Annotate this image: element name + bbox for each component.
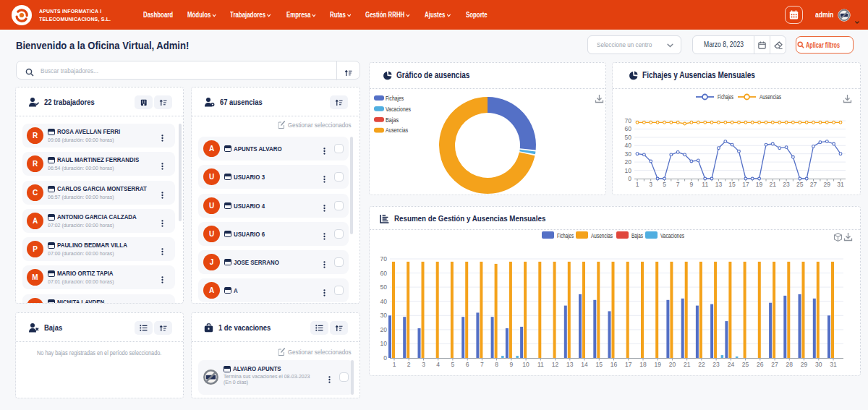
svg-text:19: 19 xyxy=(756,181,763,188)
svg-text:15: 15 xyxy=(596,361,603,368)
svg-text:17: 17 xyxy=(625,361,632,368)
svg-text:Fichajes: Fichajes xyxy=(557,231,574,239)
svg-text:10: 10 xyxy=(380,340,388,347)
svg-text:40: 40 xyxy=(625,142,632,149)
svg-text:3: 3 xyxy=(422,361,425,368)
svg-text:26: 26 xyxy=(757,361,764,368)
svg-text:4: 4 xyxy=(436,361,440,368)
svg-text:28: 28 xyxy=(786,361,793,368)
svg-text:31: 31 xyxy=(830,361,837,368)
svg-text:27: 27 xyxy=(810,181,817,188)
svg-text:1: 1 xyxy=(393,361,396,368)
svg-text:5: 5 xyxy=(663,181,666,188)
svg-text:7: 7 xyxy=(480,361,484,368)
svg-text:17: 17 xyxy=(742,181,749,188)
svg-text:29: 29 xyxy=(801,361,808,368)
svg-text:6: 6 xyxy=(466,361,469,368)
svg-text:Ausencias: Ausencias xyxy=(386,127,408,134)
svg-text:0: 0 xyxy=(383,354,387,362)
svg-text:21: 21 xyxy=(770,181,777,188)
svg-text:9: 9 xyxy=(510,361,514,368)
svg-text:50: 50 xyxy=(625,134,632,141)
svg-text:2: 2 xyxy=(407,361,411,368)
svg-text:50: 50 xyxy=(380,283,388,291)
svg-text:9: 9 xyxy=(690,181,694,188)
svg-text:Bajas: Bajas xyxy=(631,231,643,239)
svg-text:24: 24 xyxy=(728,361,735,368)
svg-text:30: 30 xyxy=(625,150,632,158)
svg-text:60: 60 xyxy=(625,125,632,132)
svg-text:22: 22 xyxy=(698,361,705,368)
svg-text:0: 0 xyxy=(628,175,631,182)
svg-text:3: 3 xyxy=(649,181,652,188)
svg-text:21: 21 xyxy=(684,361,691,368)
svg-text:20: 20 xyxy=(625,158,632,166)
svg-text:20: 20 xyxy=(669,361,676,368)
svg-text:Vacaciones: Vacaciones xyxy=(386,106,411,113)
svg-text:Bajas: Bajas xyxy=(386,116,399,124)
svg-text:25: 25 xyxy=(796,181,804,188)
svg-text:16: 16 xyxy=(610,361,618,368)
svg-text:14: 14 xyxy=(581,361,588,368)
svg-text:Fichajes: Fichajes xyxy=(718,93,733,101)
svg-text:27: 27 xyxy=(771,361,778,368)
svg-text:8: 8 xyxy=(495,361,498,368)
svg-text:29: 29 xyxy=(824,181,831,188)
svg-text:13: 13 xyxy=(566,361,574,368)
svg-text:23: 23 xyxy=(712,361,720,368)
svg-text:Vacaciones: Vacaciones xyxy=(660,231,684,239)
svg-text:10: 10 xyxy=(625,167,632,174)
svg-text:15: 15 xyxy=(728,181,736,188)
svg-text:30: 30 xyxy=(380,312,388,319)
svg-text:70: 70 xyxy=(625,117,632,124)
svg-text:30: 30 xyxy=(815,361,822,368)
svg-text:Fichajes: Fichajes xyxy=(386,95,404,102)
svg-text:12: 12 xyxy=(552,361,559,368)
svg-text:10: 10 xyxy=(522,361,529,368)
svg-text:20: 20 xyxy=(380,326,388,333)
svg-text:19: 19 xyxy=(654,361,661,368)
svg-text:40: 40 xyxy=(380,298,388,305)
svg-text:25: 25 xyxy=(742,361,749,368)
svg-text:18: 18 xyxy=(639,361,647,368)
svg-text:Ausencias: Ausencias xyxy=(591,231,613,239)
svg-text:Ausencias: Ausencias xyxy=(760,93,781,101)
svg-text:7: 7 xyxy=(676,181,680,188)
svg-text:23: 23 xyxy=(783,181,790,188)
svg-text:1: 1 xyxy=(636,181,639,188)
svg-text:11: 11 xyxy=(537,361,544,368)
svg-text:70: 70 xyxy=(380,255,388,262)
svg-text:5: 5 xyxy=(451,361,455,368)
svg-text:31: 31 xyxy=(837,181,844,188)
svg-text:11: 11 xyxy=(702,181,708,188)
svg-text:13: 13 xyxy=(715,181,723,188)
svg-text:60: 60 xyxy=(380,270,388,277)
